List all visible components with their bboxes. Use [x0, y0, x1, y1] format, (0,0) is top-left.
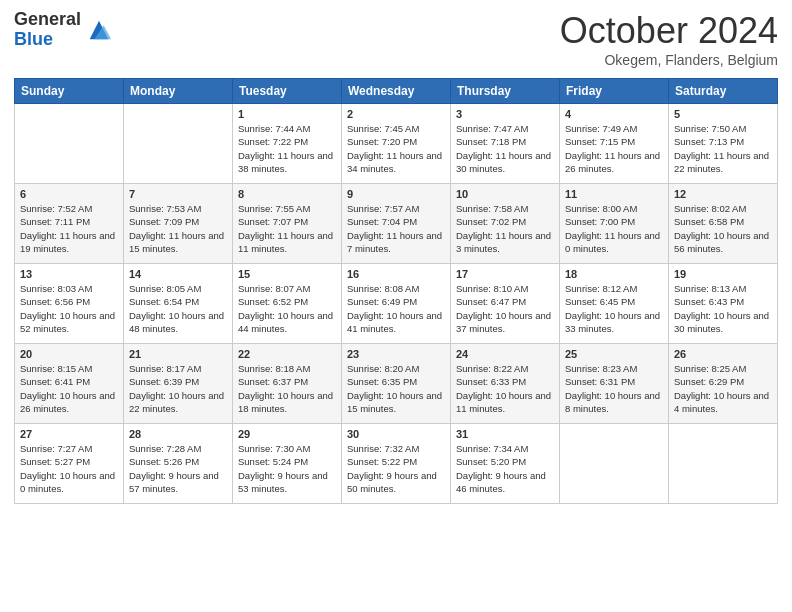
logo-icon [85, 16, 113, 44]
day-info: Sunrise: 7:30 AM Sunset: 5:24 PM Dayligh… [238, 442, 336, 495]
day-info: Sunrise: 8:10 AM Sunset: 6:47 PM Dayligh… [456, 282, 554, 335]
day-header-friday: Friday [560, 79, 669, 104]
day-header-wednesday: Wednesday [342, 79, 451, 104]
day-number: 30 [347, 428, 445, 440]
day-info: Sunrise: 8:07 AM Sunset: 6:52 PM Dayligh… [238, 282, 336, 335]
day-info: Sunrise: 8:08 AM Sunset: 6:49 PM Dayligh… [347, 282, 445, 335]
day-info: Sunrise: 8:03 AM Sunset: 6:56 PM Dayligh… [20, 282, 118, 335]
day-info: Sunrise: 7:32 AM Sunset: 5:22 PM Dayligh… [347, 442, 445, 495]
day-number: 6 [20, 188, 118, 200]
day-number: 15 [238, 268, 336, 280]
day-number: 4 [565, 108, 663, 120]
day-number: 3 [456, 108, 554, 120]
day-number: 18 [565, 268, 663, 280]
month-title: October 2024 [560, 10, 778, 52]
day-cell: 11Sunrise: 8:00 AM Sunset: 7:00 PM Dayli… [560, 184, 669, 264]
week-row-4: 20Sunrise: 8:15 AM Sunset: 6:41 PM Dayli… [15, 344, 778, 424]
logo-general: General [14, 10, 81, 30]
day-info: Sunrise: 7:57 AM Sunset: 7:04 PM Dayligh… [347, 202, 445, 255]
day-info: Sunrise: 7:53 AM Sunset: 7:09 PM Dayligh… [129, 202, 227, 255]
day-cell: 12Sunrise: 8:02 AM Sunset: 6:58 PM Dayli… [669, 184, 778, 264]
day-number: 11 [565, 188, 663, 200]
day-info: Sunrise: 7:34 AM Sunset: 5:20 PM Dayligh… [456, 442, 554, 495]
header: General Blue October 2024 Okegem, Flande… [14, 10, 778, 68]
day-cell: 30Sunrise: 7:32 AM Sunset: 5:22 PM Dayli… [342, 424, 451, 504]
day-number: 25 [565, 348, 663, 360]
day-info: Sunrise: 7:47 AM Sunset: 7:18 PM Dayligh… [456, 122, 554, 175]
day-cell: 22Sunrise: 8:18 AM Sunset: 6:37 PM Dayli… [233, 344, 342, 424]
day-header-monday: Monday [124, 79, 233, 104]
title-section: October 2024 Okegem, Flanders, Belgium [560, 10, 778, 68]
day-info: Sunrise: 7:27 AM Sunset: 5:27 PM Dayligh… [20, 442, 118, 495]
day-cell: 6Sunrise: 7:52 AM Sunset: 7:11 PM Daylig… [15, 184, 124, 264]
day-info: Sunrise: 7:50 AM Sunset: 7:13 PM Dayligh… [674, 122, 772, 175]
day-number: 13 [20, 268, 118, 280]
day-number: 27 [20, 428, 118, 440]
location: Okegem, Flanders, Belgium [560, 52, 778, 68]
calendar-table: SundayMondayTuesdayWednesdayThursdayFrid… [14, 78, 778, 504]
day-cell: 14Sunrise: 8:05 AM Sunset: 6:54 PM Dayli… [124, 264, 233, 344]
day-info: Sunrise: 8:17 AM Sunset: 6:39 PM Dayligh… [129, 362, 227, 415]
logo-blue: Blue [14, 30, 81, 50]
day-cell: 2Sunrise: 7:45 AM Sunset: 7:20 PM Daylig… [342, 104, 451, 184]
day-info: Sunrise: 7:44 AM Sunset: 7:22 PM Dayligh… [238, 122, 336, 175]
day-cell: 16Sunrise: 8:08 AM Sunset: 6:49 PM Dayli… [342, 264, 451, 344]
day-header-tuesday: Tuesday [233, 79, 342, 104]
day-header-saturday: Saturday [669, 79, 778, 104]
day-cell: 18Sunrise: 8:12 AM Sunset: 6:45 PM Dayli… [560, 264, 669, 344]
day-info: Sunrise: 8:23 AM Sunset: 6:31 PM Dayligh… [565, 362, 663, 415]
day-cell [560, 424, 669, 504]
day-number: 9 [347, 188, 445, 200]
logo: General Blue [14, 10, 113, 50]
day-cell: 9Sunrise: 7:57 AM Sunset: 7:04 PM Daylig… [342, 184, 451, 264]
day-cell: 4Sunrise: 7:49 AM Sunset: 7:15 PM Daylig… [560, 104, 669, 184]
day-cell: 28Sunrise: 7:28 AM Sunset: 5:26 PM Dayli… [124, 424, 233, 504]
day-header-thursday: Thursday [451, 79, 560, 104]
day-cell: 19Sunrise: 8:13 AM Sunset: 6:43 PM Dayli… [669, 264, 778, 344]
day-info: Sunrise: 8:15 AM Sunset: 6:41 PM Dayligh… [20, 362, 118, 415]
day-info: Sunrise: 7:55 AM Sunset: 7:07 PM Dayligh… [238, 202, 336, 255]
day-number: 20 [20, 348, 118, 360]
day-cell: 1Sunrise: 7:44 AM Sunset: 7:22 PM Daylig… [233, 104, 342, 184]
day-info: Sunrise: 7:28 AM Sunset: 5:26 PM Dayligh… [129, 442, 227, 495]
day-number: 14 [129, 268, 227, 280]
week-row-1: 1Sunrise: 7:44 AM Sunset: 7:22 PM Daylig… [15, 104, 778, 184]
day-info: Sunrise: 8:02 AM Sunset: 6:58 PM Dayligh… [674, 202, 772, 255]
day-number: 22 [238, 348, 336, 360]
day-cell: 7Sunrise: 7:53 AM Sunset: 7:09 PM Daylig… [124, 184, 233, 264]
day-header-sunday: Sunday [15, 79, 124, 104]
day-info: Sunrise: 8:00 AM Sunset: 7:00 PM Dayligh… [565, 202, 663, 255]
day-cell: 29Sunrise: 7:30 AM Sunset: 5:24 PM Dayli… [233, 424, 342, 504]
header-row: SundayMondayTuesdayWednesdayThursdayFrid… [15, 79, 778, 104]
page: General Blue October 2024 Okegem, Flande… [0, 0, 792, 612]
week-row-5: 27Sunrise: 7:27 AM Sunset: 5:27 PM Dayli… [15, 424, 778, 504]
day-info: Sunrise: 7:45 AM Sunset: 7:20 PM Dayligh… [347, 122, 445, 175]
day-cell: 8Sunrise: 7:55 AM Sunset: 7:07 PM Daylig… [233, 184, 342, 264]
day-cell: 21Sunrise: 8:17 AM Sunset: 6:39 PM Dayli… [124, 344, 233, 424]
day-info: Sunrise: 8:20 AM Sunset: 6:35 PM Dayligh… [347, 362, 445, 415]
day-cell: 10Sunrise: 7:58 AM Sunset: 7:02 PM Dayli… [451, 184, 560, 264]
day-number: 1 [238, 108, 336, 120]
week-row-3: 13Sunrise: 8:03 AM Sunset: 6:56 PM Dayli… [15, 264, 778, 344]
day-number: 10 [456, 188, 554, 200]
day-cell: 27Sunrise: 7:27 AM Sunset: 5:27 PM Dayli… [15, 424, 124, 504]
day-cell: 3Sunrise: 7:47 AM Sunset: 7:18 PM Daylig… [451, 104, 560, 184]
logo-text: General Blue [14, 10, 81, 50]
day-number: 8 [238, 188, 336, 200]
day-cell: 17Sunrise: 8:10 AM Sunset: 6:47 PM Dayli… [451, 264, 560, 344]
day-cell [669, 424, 778, 504]
day-cell: 23Sunrise: 8:20 AM Sunset: 6:35 PM Dayli… [342, 344, 451, 424]
day-number: 24 [456, 348, 554, 360]
day-cell [15, 104, 124, 184]
day-cell: 13Sunrise: 8:03 AM Sunset: 6:56 PM Dayli… [15, 264, 124, 344]
day-info: Sunrise: 7:49 AM Sunset: 7:15 PM Dayligh… [565, 122, 663, 175]
day-cell: 25Sunrise: 8:23 AM Sunset: 6:31 PM Dayli… [560, 344, 669, 424]
day-number: 21 [129, 348, 227, 360]
day-info: Sunrise: 8:22 AM Sunset: 6:33 PM Dayligh… [456, 362, 554, 415]
day-cell: 31Sunrise: 7:34 AM Sunset: 5:20 PM Dayli… [451, 424, 560, 504]
day-info: Sunrise: 8:05 AM Sunset: 6:54 PM Dayligh… [129, 282, 227, 335]
day-number: 19 [674, 268, 772, 280]
day-number: 12 [674, 188, 772, 200]
day-info: Sunrise: 8:18 AM Sunset: 6:37 PM Dayligh… [238, 362, 336, 415]
day-number: 17 [456, 268, 554, 280]
